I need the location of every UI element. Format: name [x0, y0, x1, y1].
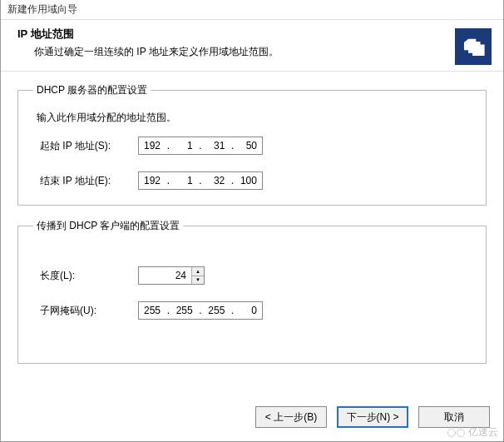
wizard-window: 新建作用域向导 IP 地址范围 你通过确定一组连续的 IP 地址来定义作用域地址…	[0, 0, 504, 442]
length-label: 长度(L):	[40, 269, 138, 283]
end-ip-label: 结束 IP 地址(E):	[40, 174, 138, 188]
start-ip-row: 起始 IP 地址(S): 192. 1. 31. 50	[40, 137, 471, 155]
server-settings-group: DHCP 服务器的配置设置 输入此作用域分配的地址范围。 起始 IP 地址(S)…	[17, 83, 487, 206]
spinner-buttons: ▲ ▼	[191, 267, 204, 284]
client-settings-group: 传播到 DHCP 客户端的配置设置 长度(L): 24 ▲ ▼ 子网掩码(U):…	[17, 219, 487, 364]
ip-octet[interactable]: 192	[142, 140, 162, 151]
wizard-buttons: < 上一步(B) 下一步(N) > 取消	[255, 406, 490, 428]
ip-octet[interactable]: 31	[206, 140, 226, 151]
folders-icon	[455, 28, 492, 65]
next-button[interactable]: 下一步(N) >	[337, 406, 408, 428]
spinner-down-icon[interactable]: ▼	[192, 276, 204, 285]
start-ip-label: 起始 IP 地址(S):	[40, 139, 138, 153]
content-area: DHCP 服务器的配置设置 输入此作用域分配的地址范围。 起始 IP 地址(S)…	[1, 72, 503, 385]
ip-octet[interactable]: 192	[142, 175, 162, 186]
ip-octet[interactable]: 255	[206, 305, 226, 316]
subnet-mask-input[interactable]: 255. 255. 255. 0	[138, 301, 263, 320]
cancel-button[interactable]: 取消	[418, 406, 490, 428]
ip-octet[interactable]: 32	[206, 175, 226, 186]
client-settings-legend: 传播到 DHCP 客户端的配置设置	[33, 219, 183, 233]
header-title: IP 地址范围	[17, 27, 487, 42]
ip-octet[interactable]: 0	[239, 305, 259, 316]
spinner-up-icon[interactable]: ▲	[192, 267, 204, 276]
ip-octet[interactable]: 255	[142, 305, 162, 316]
start-ip-input[interactable]: 192. 1. 31. 50	[138, 137, 263, 155]
wizard-header: IP 地址范围 你通过确定一组连续的 IP 地址来定义作用域地址范围。	[1, 20, 503, 71]
length-row: 长度(L): 24 ▲ ▼	[40, 266, 471, 285]
length-value[interactable]: 24	[139, 267, 191, 284]
mask-row: 子网掩码(U): 255. 255. 255. 0	[40, 301, 471, 320]
ip-octet[interactable]: 50	[239, 140, 259, 151]
ip-octet[interactable]: 1	[175, 175, 195, 186]
window-title: 新建作用域向导	[1, 0, 503, 20]
watermark-icon	[447, 429, 465, 437]
server-settings-intro: 输入此作用域分配的地址范围。	[37, 111, 471, 125]
end-ip-input[interactable]: 192. 1. 32. 100	[138, 171, 263, 190]
ip-octet[interactable]: 255	[175, 305, 195, 316]
back-button[interactable]: < 上一步(B)	[255, 406, 327, 428]
length-spinner[interactable]: 24 ▲ ▼	[138, 266, 205, 285]
server-settings-legend: DHCP 服务器的配置设置	[33, 83, 151, 97]
mask-label: 子网掩码(U):	[40, 304, 138, 318]
window-title-text: 新建作用域向导	[7, 3, 77, 15]
end-ip-row: 结束 IP 地址(E): 192. 1. 32. 100	[40, 171, 471, 190]
ip-octet[interactable]: 1	[175, 140, 195, 151]
header-description: 你通过确定一组连续的 IP 地址来定义作用域地址范围。	[17, 45, 487, 59]
ip-octet[interactable]: 100	[239, 175, 259, 186]
